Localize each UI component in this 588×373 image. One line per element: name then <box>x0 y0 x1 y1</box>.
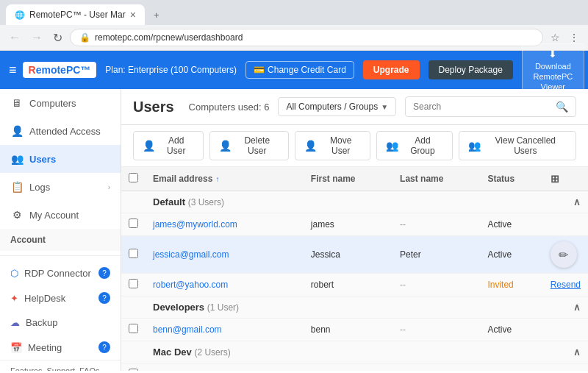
credit-card-icon: 💳 <box>254 65 265 75</box>
page-title: Users <box>133 99 174 116</box>
search-input[interactable] <box>413 102 551 112</box>
upgrade-btn[interactable]: Upgrade <box>363 60 420 79</box>
back-btn[interactable]: ← <box>6 29 24 46</box>
sidebar-footer: Features Support FAQs © iDrive Inc. <box>0 360 121 371</box>
sidebar-item-rdp-connector[interactable]: ⬡ RDP Connector ? <box>0 260 121 285</box>
group-selector-chevron-icon: ▼ <box>381 103 388 111</box>
resend-link[interactable]: Resend <box>551 369 581 371</box>
content-area: Users Computers used: 6 All Computers / … <box>121 89 588 371</box>
status-badge: Invited <box>480 274 542 296</box>
header-checkbox-col <box>121 167 146 191</box>
sidebar-item-my-account[interactable]: ⚙ My Account <box>0 201 121 229</box>
helpdesk-help-icon[interactable]: ? <box>98 292 110 304</box>
sidebar-item-backup[interactable]: ☁ Backup <box>0 310 121 335</box>
sidebar: 🖥 Computers 👤 Attended Access 👥 Users 📋 … <box>0 89 121 371</box>
computers-used: Computers used: 6 <box>189 102 270 113</box>
email-link[interactable]: benn@gmail.com <box>153 324 222 335</box>
move-user-btn[interactable]: 👤 Move User <box>295 131 370 160</box>
footer-links: Features Support FAQs <box>10 366 110 371</box>
add-user-btn[interactable]: 👤 Add User <box>133 131 204 160</box>
download-btn[interactable]: ⬇ DownloadRemotePC Viewer <box>522 43 584 96</box>
row-checkbox[interactable] <box>129 279 138 288</box>
status-badge: Active <box>480 319 542 341</box>
select-all-checkbox[interactable] <box>129 173 138 182</box>
backup-icon: ☁ <box>10 317 20 328</box>
table-row: benn@gmail.com benn -- Active <box>121 319 588 341</box>
email-link[interactable]: james@myworld.com <box>153 219 237 230</box>
table-row: adam@gmail.com.com adam -- Invited Resen… <box>121 363 588 372</box>
header-email[interactable]: Email address ↑ <box>146 167 304 191</box>
row-checkbox[interactable] <box>129 369 138 371</box>
sort-icon: ↑ <box>215 175 219 183</box>
rdp-help-icon[interactable]: ? <box>98 267 110 279</box>
helpdesk-icon: ✦ <box>10 293 18 304</box>
row-checkbox[interactable] <box>129 324 138 333</box>
delete-user-btn[interactable]: 👤 Delete User <box>209 131 289 160</box>
rdp-icon: ⬡ <box>10 268 18 279</box>
search-icon[interactable]: 🔍 <box>556 101 568 113</box>
sidebar-item-attended-access[interactable]: 👤 Attended Access <box>0 117 121 145</box>
attended-access-icon: 👤 <box>10 124 24 138</box>
sidebar-item-helpdesk[interactable]: ✦ HelpDesk ? <box>0 285 121 310</box>
reload-btn[interactable]: ↻ <box>50 29 65 46</box>
resend-link[interactable]: Resend <box>551 280 581 290</box>
add-user-icon: 👤 <box>143 140 155 152</box>
add-group-icon: 👥 <box>386 140 398 152</box>
edit-icon: ✏ <box>559 248 568 262</box>
header-status: Status <box>480 167 542 191</box>
new-tab-btn[interactable]: + <box>148 5 165 25</box>
logs-chevron-icon: › <box>108 183 110 191</box>
group-selector[interactable]: All Computers / Groups ▼ <box>278 97 396 116</box>
table-row: Mac Dev (2 Users) ∧ <box>121 341 588 363</box>
tab-bar: 🌐 RemotePC™ - User Mar × + <box>0 0 588 25</box>
url-box[interactable]: 🔒 remotepc.com/rpcnew/userdashboard <box>70 29 543 46</box>
email-link[interactable]: jessica@gmail.com <box>153 249 229 260</box>
sidebar-item-computers[interactable]: 🖥 Computers <box>0 89 121 117</box>
sidebar-nav: 🖥 Computers 👤 Attended Access 👥 Users 📋 … <box>0 89 121 360</box>
search-box: 🔍 <box>405 96 576 117</box>
support-link[interactable]: Support <box>46 366 75 371</box>
download-area: ⬇ DownloadRemotePC Viewer M <box>522 43 588 96</box>
action-bar: 👤 Add User 👤 Delete User 👤 Move User 👥 A… <box>121 125 588 167</box>
table-header-row: Email address ↑ First name Last name Sta… <box>121 167 588 191</box>
browser-tab[interactable]: 🌐 RemotePC™ - User Mar × <box>6 4 145 25</box>
menu-btn[interactable]: ⋮ <box>566 30 582 45</box>
collapse-macdev-btn[interactable]: ∧ <box>573 347 581 358</box>
sidebar-divider-1 <box>0 255 121 256</box>
users-table: Email address ↑ First name Last name Sta… <box>121 167 588 371</box>
app: ≡ RemotePC™ Plan: Enterprise (100 Comput… <box>0 51 588 371</box>
address-bar: ← → ↻ 🔒 remotepc.com/rpcnew/userdashboar… <box>0 25 588 50</box>
tab-title: RemotePC™ - User Mar <box>29 10 126 20</box>
email-link[interactable]: robert@yahoo.com <box>153 280 228 290</box>
add-group-btn[interactable]: 👥 Add Group <box>376 131 452 160</box>
hamburger-btn[interactable]: ≡ <box>9 63 17 78</box>
logo-area: ≡ RemotePC™ <box>9 62 96 78</box>
faqs-link[interactable]: FAQs <box>79 366 100 371</box>
meeting-help-icon[interactable]: ? <box>98 341 110 353</box>
view-cancelled-btn[interactable]: 👥 View Cancelled Users <box>459 131 576 160</box>
sidebar-item-logs[interactable]: 📋 Logs › <box>0 173 121 201</box>
collapse-developers-btn[interactable]: ∧ <box>573 302 581 313</box>
email-link[interactable]: adam@gmail.com.com <box>153 369 243 371</box>
table-area: Email address ↑ First name Last name Sta… <box>121 167 588 371</box>
sidebar-item-users[interactable]: 👥 Users <box>0 145 121 173</box>
users-icon: 👥 <box>10 152 24 166</box>
tab-close-btn[interactable]: × <box>130 9 136 21</box>
edit-btn[interactable]: ✏ <box>551 241 577 268</box>
collapse-default-btn[interactable]: ∧ <box>573 196 581 207</box>
deploy-btn[interactable]: Deploy Package <box>429 60 513 79</box>
my-account-icon: ⚙ <box>10 208 24 221</box>
row-checkbox[interactable] <box>129 219 138 228</box>
status-badge: Invited <box>480 363 542 372</box>
change-cc-btn[interactable]: 💳 Change Credit Card <box>245 61 354 79</box>
sidebar-item-meeting[interactable]: 📅 Meeting ? <box>0 335 121 360</box>
meeting-icon: 📅 <box>10 342 22 353</box>
browser-chrome: 🌐 RemotePC™ - User Mar × + ← → ↻ 🔒 remot… <box>0 0 588 51</box>
table-row: Default (3 Users) ∧ <box>121 191 588 213</box>
forward-btn[interactable]: → <box>28 29 46 46</box>
logs-icon: 📋 <box>10 180 24 193</box>
status-badge: Active <box>480 213 542 236</box>
bookmark-btn[interactable]: ☆ <box>548 30 563 45</box>
features-link[interactable]: Features <box>10 366 42 371</box>
row-checkbox[interactable] <box>129 249 138 258</box>
